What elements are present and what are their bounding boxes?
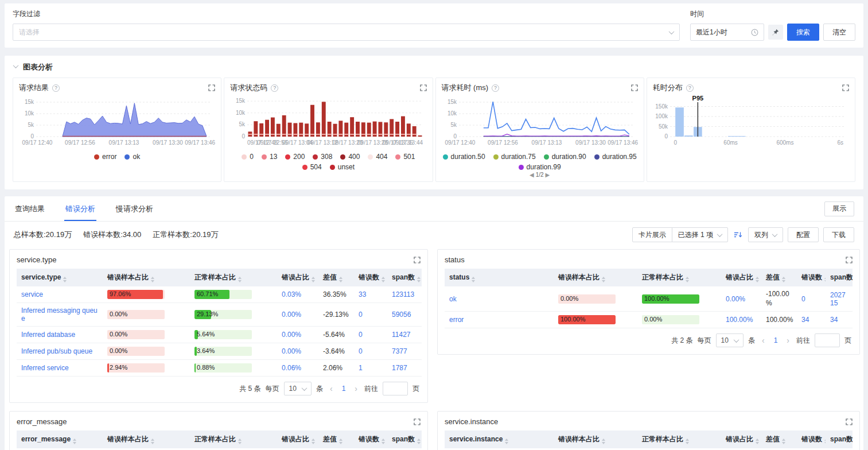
sort-carets-icon[interactable] — [686, 439, 689, 444]
span-count-link[interactable]: 59056 — [392, 311, 411, 319]
collapse-chevron-icon[interactable] — [13, 63, 19, 68]
row-name-link[interactable]: error — [449, 316, 464, 324]
row-name-link[interactable]: Inferred database — [21, 331, 75, 339]
error-count-link[interactable]: 33 — [359, 290, 366, 298]
prev-page-button[interactable]: ‹ — [760, 336, 767, 345]
legend-item[interactable]: 13 — [262, 153, 277, 161]
help-icon[interactable]: ? — [492, 84, 499, 92]
sort-carets-icon[interactable] — [73, 439, 76, 444]
sort-carets-icon[interactable] — [472, 277, 475, 282]
download-button[interactable]: 下载 — [823, 227, 854, 242]
sort-carets-icon[interactable] — [602, 277, 605, 282]
expand-icon[interactable] — [846, 418, 853, 425]
sort-carets-icon[interactable] — [602, 439, 605, 444]
sort-carets-icon[interactable] — [382, 439, 385, 444]
sort-carets-icon[interactable] — [686, 277, 689, 282]
sort-carets-icon[interactable] — [339, 439, 342, 444]
expand-icon[interactable] — [842, 84, 849, 91]
expand-icon[interactable] — [846, 257, 853, 263]
error-ratio-link[interactable]: 100.00% — [726, 316, 753, 324]
legend-item[interactable]: ok — [124, 153, 140, 161]
current-page[interactable]: 1 — [340, 385, 348, 393]
sort-carets-icon[interactable] — [151, 439, 154, 444]
span-count-link[interactable]: 11427 — [392, 331, 410, 339]
prev-page-button[interactable]: ‹ — [328, 384, 335, 393]
clear-button[interactable]: 清空 — [823, 24, 855, 41]
legend-item[interactable]: duration.90 — [544, 153, 586, 161]
sort-carets-icon[interactable] — [417, 439, 421, 444]
row-name-link[interactable]: Inferred pub/sub queue — [21, 347, 92, 355]
error-count-link[interactable]: 34 — [801, 316, 809, 324]
sort-order-button[interactable] — [733, 231, 744, 239]
error-count-link[interactable]: 1 — [359, 364, 363, 372]
card-select-dropdown[interactable]: 已选择 1 项 — [672, 227, 728, 242]
legend-item[interactable]: unset — [330, 163, 355, 171]
sort-carets-icon[interactable] — [417, 277, 421, 282]
error-ratio-link[interactable]: 0.00% — [282, 347, 301, 355]
span-count-link[interactable]: 34 — [830, 316, 838, 324]
row-name-link[interactable]: service — [21, 290, 43, 298]
legend-next-arrow[interactable]: ▶ — [544, 172, 552, 178]
goto-page-input[interactable] — [383, 382, 408, 395]
legend-item[interactable]: 400 — [340, 153, 360, 161]
expand-icon[interactable] — [208, 84, 215, 91]
row-name-link[interactable]: Inferred messaging queue — [21, 307, 98, 323]
row-name-link[interactable]: ok — [449, 295, 457, 303]
expand-icon[interactable] — [414, 257, 421, 263]
legend-item[interactable]: 404 — [368, 153, 387, 161]
help-icon[interactable]: ? — [686, 84, 694, 92]
show-button[interactable]: 展示 — [824, 201, 854, 216]
legend-item[interactable]: duration.99 — [519, 163, 561, 171]
tab-slow-request-analysis[interactable]: 慢请求分析 — [115, 196, 154, 221]
next-page-button[interactable]: › — [784, 336, 792, 345]
error-ratio-link[interactable]: 0.00% — [282, 331, 301, 339]
error-ratio-link[interactable]: 0.03% — [282, 290, 301, 298]
sort-carets-icon[interactable] — [63, 277, 67, 282]
sort-carets-icon[interactable] — [382, 277, 385, 282]
legend-item[interactable]: 0 — [242, 153, 254, 161]
legend-item[interactable]: 501 — [395, 153, 415, 161]
error-count-link[interactable]: 0 — [359, 347, 363, 355]
sort-carets-icon[interactable] — [238, 277, 242, 282]
span-count-link[interactable]: 123113 — [392, 290, 414, 298]
legend-item[interactable]: error — [94, 153, 116, 161]
legend-item[interactable]: 200 — [285, 153, 305, 161]
field-filter-select[interactable]: 请选择 — [13, 24, 680, 41]
current-page[interactable]: 1 — [772, 336, 780, 344]
expand-icon[interactable] — [414, 418, 421, 425]
next-page-button[interactable]: › — [352, 384, 360, 393]
sort-carets-icon[interactable] — [238, 439, 242, 444]
sort-carets-icon[interactable] — [339, 277, 342, 282]
page-size-select[interactable]: 10 — [716, 333, 744, 347]
legend-item[interactable]: duration.50 — [443, 153, 485, 161]
legend-prev-arrow[interactable]: ◀ — [528, 172, 536, 178]
span-count-link[interactable]: 7377 — [392, 347, 407, 355]
sort-carets-icon[interactable] — [756, 277, 759, 282]
time-range-input[interactable]: 最近1小时 — [690, 24, 764, 41]
search-button[interactable]: 搜索 — [787, 24, 819, 41]
page-size-select[interactable]: 10 — [284, 382, 312, 395]
tab-query-result[interactable]: 查询结果 — [14, 196, 46, 221]
goto-page-input[interactable] — [815, 333, 840, 347]
legend-item[interactable]: 308 — [313, 153, 332, 161]
row-name-link[interactable]: Inferred service — [21, 364, 69, 372]
configure-button[interactable]: 配置 — [788, 227, 819, 242]
sort-carets-icon[interactable] — [824, 277, 826, 282]
sort-carets-icon[interactable] — [151, 277, 154, 282]
sort-carets-icon[interactable] — [756, 439, 759, 444]
pin-button[interactable] — [768, 25, 783, 40]
span-count-link[interactable]: 202715 — [830, 291, 846, 307]
span-count-link[interactable]: 1787 — [392, 364, 407, 372]
layout-dropdown[interactable]: 双列 — [748, 227, 783, 242]
error-ratio-link[interactable]: 0.06% — [282, 364, 301, 372]
sort-carets-icon[interactable] — [505, 439, 508, 444]
error-count-link[interactable]: 0 — [359, 331, 363, 339]
error-ratio-link[interactable]: 0.00% — [726, 295, 745, 303]
expand-icon[interactable] — [631, 84, 638, 91]
sort-carets-icon[interactable] — [312, 439, 315, 444]
legend-item[interactable]: 504 — [302, 163, 322, 171]
tab-error-analysis[interactable]: 错误分析 — [64, 196, 96, 221]
error-count-link[interactable]: 0 — [801, 295, 805, 303]
help-icon[interactable]: ? — [271, 84, 278, 92]
sort-carets-icon[interactable] — [312, 277, 315, 282]
